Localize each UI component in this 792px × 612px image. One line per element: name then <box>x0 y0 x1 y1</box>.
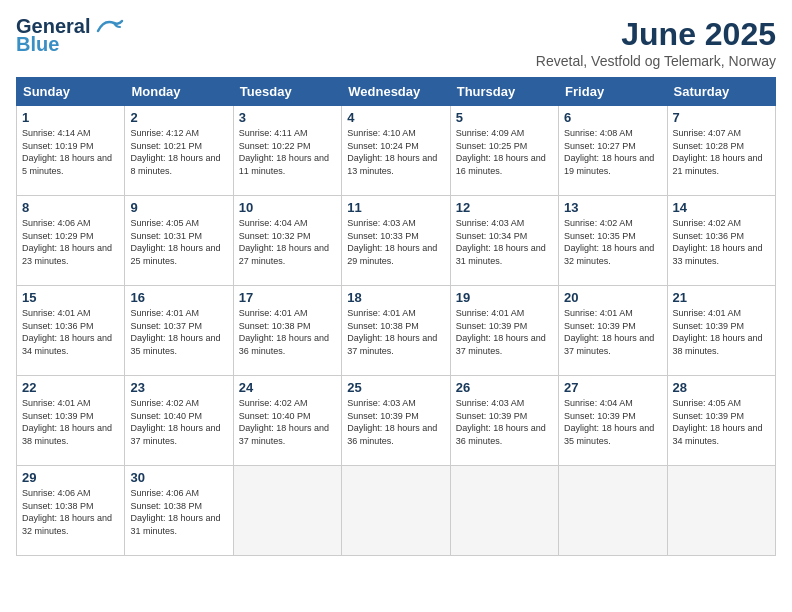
table-row: 1 Sunrise: 4:14 AM Sunset: 10:19 PM Dayl… <box>17 106 125 196</box>
table-row: 5 Sunrise: 4:09 AM Sunset: 10:25 PM Dayl… <box>450 106 558 196</box>
day-info: Sunrise: 4:01 AM Sunset: 10:39 PM Daylig… <box>673 307 770 357</box>
table-row <box>559 466 667 556</box>
table-row <box>342 466 450 556</box>
table-row: 21 Sunrise: 4:01 AM Sunset: 10:39 PM Day… <box>667 286 775 376</box>
day-info: Sunrise: 4:07 AM Sunset: 10:28 PM Daylig… <box>673 127 770 177</box>
day-info: Sunrise: 4:01 AM Sunset: 10:36 PM Daylig… <box>22 307 119 357</box>
table-row: 8 Sunrise: 4:06 AM Sunset: 10:29 PM Dayl… <box>17 196 125 286</box>
day-info: Sunrise: 4:14 AM Sunset: 10:19 PM Daylig… <box>22 127 119 177</box>
table-row: 24 Sunrise: 4:02 AM Sunset: 10:40 PM Day… <box>233 376 341 466</box>
logo-blue: Blue <box>16 34 59 54</box>
calendar-week-row: 8 Sunrise: 4:06 AM Sunset: 10:29 PM Dayl… <box>17 196 776 286</box>
day-number: 1 <box>22 110 119 125</box>
col-friday: Friday <box>559 78 667 106</box>
day-number: 24 <box>239 380 336 395</box>
table-row: 20 Sunrise: 4:01 AM Sunset: 10:39 PM Day… <box>559 286 667 376</box>
calendar-week-row: 29 Sunrise: 4:06 AM Sunset: 10:38 PM Day… <box>17 466 776 556</box>
day-number: 27 <box>564 380 661 395</box>
table-row: 7 Sunrise: 4:07 AM Sunset: 10:28 PM Dayl… <box>667 106 775 196</box>
col-thursday: Thursday <box>450 78 558 106</box>
day-number: 3 <box>239 110 336 125</box>
day-info: Sunrise: 4:01 AM Sunset: 10:39 PM Daylig… <box>22 397 119 447</box>
table-row: 26 Sunrise: 4:03 AM Sunset: 10:39 PM Day… <box>450 376 558 466</box>
logo: General Blue <box>16 16 124 54</box>
calendar-header-row: Sunday Monday Tuesday Wednesday Thursday… <box>17 78 776 106</box>
table-row: 23 Sunrise: 4:02 AM Sunset: 10:40 PM Day… <box>125 376 233 466</box>
day-number: 20 <box>564 290 661 305</box>
table-row: 14 Sunrise: 4:02 AM Sunset: 10:36 PM Day… <box>667 196 775 286</box>
col-tuesday: Tuesday <box>233 78 341 106</box>
table-row: 4 Sunrise: 4:10 AM Sunset: 10:24 PM Dayl… <box>342 106 450 196</box>
day-info: Sunrise: 4:03 AM Sunset: 10:39 PM Daylig… <box>456 397 553 447</box>
day-number: 17 <box>239 290 336 305</box>
day-info: Sunrise: 4:06 AM Sunset: 10:29 PM Daylig… <box>22 217 119 267</box>
day-number: 18 <box>347 290 444 305</box>
day-number: 4 <box>347 110 444 125</box>
table-row <box>233 466 341 556</box>
day-number: 21 <box>673 290 770 305</box>
day-info: Sunrise: 4:03 AM Sunset: 10:39 PM Daylig… <box>347 397 444 447</box>
day-number: 9 <box>130 200 227 215</box>
day-info: Sunrise: 4:02 AM Sunset: 10:35 PM Daylig… <box>564 217 661 267</box>
day-info: Sunrise: 4:06 AM Sunset: 10:38 PM Daylig… <box>130 487 227 537</box>
day-number: 7 <box>673 110 770 125</box>
title-area: June 2025 Revetal, Vestfold og Telemark,… <box>536 16 776 69</box>
day-info: Sunrise: 4:01 AM Sunset: 10:38 PM Daylig… <box>347 307 444 357</box>
day-info: Sunrise: 4:01 AM Sunset: 10:39 PM Daylig… <box>564 307 661 357</box>
table-row: 30 Sunrise: 4:06 AM Sunset: 10:38 PM Day… <box>125 466 233 556</box>
day-info: Sunrise: 4:08 AM Sunset: 10:27 PM Daylig… <box>564 127 661 177</box>
calendar-table: Sunday Monday Tuesday Wednesday Thursday… <box>16 77 776 556</box>
day-info: Sunrise: 4:09 AM Sunset: 10:25 PM Daylig… <box>456 127 553 177</box>
table-row: 12 Sunrise: 4:03 AM Sunset: 10:34 PM Day… <box>450 196 558 286</box>
table-row <box>450 466 558 556</box>
day-info: Sunrise: 4:01 AM Sunset: 10:37 PM Daylig… <box>130 307 227 357</box>
logo-bird-icon <box>94 17 124 35</box>
day-info: Sunrise: 4:02 AM Sunset: 10:36 PM Daylig… <box>673 217 770 267</box>
table-row: 9 Sunrise: 4:05 AM Sunset: 10:31 PM Dayl… <box>125 196 233 286</box>
col-wednesday: Wednesday <box>342 78 450 106</box>
calendar-week-row: 15 Sunrise: 4:01 AM Sunset: 10:36 PM Day… <box>17 286 776 376</box>
day-number: 14 <box>673 200 770 215</box>
day-info: Sunrise: 4:03 AM Sunset: 10:34 PM Daylig… <box>456 217 553 267</box>
day-info: Sunrise: 4:02 AM Sunset: 10:40 PM Daylig… <box>130 397 227 447</box>
table-row: 15 Sunrise: 4:01 AM Sunset: 10:36 PM Day… <box>17 286 125 376</box>
day-number: 29 <box>22 470 119 485</box>
col-sunday: Sunday <box>17 78 125 106</box>
table-row: 28 Sunrise: 4:05 AM Sunset: 10:39 PM Day… <box>667 376 775 466</box>
day-info: Sunrise: 4:12 AM Sunset: 10:21 PM Daylig… <box>130 127 227 177</box>
table-row: 3 Sunrise: 4:11 AM Sunset: 10:22 PM Dayl… <box>233 106 341 196</box>
day-info: Sunrise: 4:05 AM Sunset: 10:31 PM Daylig… <box>130 217 227 267</box>
table-row: 6 Sunrise: 4:08 AM Sunset: 10:27 PM Dayl… <box>559 106 667 196</box>
calendar-week-row: 22 Sunrise: 4:01 AM Sunset: 10:39 PM Day… <box>17 376 776 466</box>
day-number: 8 <box>22 200 119 215</box>
day-info: Sunrise: 4:04 AM Sunset: 10:32 PM Daylig… <box>239 217 336 267</box>
day-info: Sunrise: 4:01 AM Sunset: 10:38 PM Daylig… <box>239 307 336 357</box>
day-info: Sunrise: 4:05 AM Sunset: 10:39 PM Daylig… <box>673 397 770 447</box>
location-title: Revetal, Vestfold og Telemark, Norway <box>536 53 776 69</box>
table-row: 22 Sunrise: 4:01 AM Sunset: 10:39 PM Day… <box>17 376 125 466</box>
day-info: Sunrise: 4:06 AM Sunset: 10:38 PM Daylig… <box>22 487 119 537</box>
table-row: 25 Sunrise: 4:03 AM Sunset: 10:39 PM Day… <box>342 376 450 466</box>
table-row: 10 Sunrise: 4:04 AM Sunset: 10:32 PM Day… <box>233 196 341 286</box>
day-info: Sunrise: 4:02 AM Sunset: 10:40 PM Daylig… <box>239 397 336 447</box>
day-number: 12 <box>456 200 553 215</box>
table-row: 19 Sunrise: 4:01 AM Sunset: 10:39 PM Day… <box>450 286 558 376</box>
day-number: 16 <box>130 290 227 305</box>
day-number: 28 <box>673 380 770 395</box>
day-number: 23 <box>130 380 227 395</box>
day-number: 11 <box>347 200 444 215</box>
day-number: 5 <box>456 110 553 125</box>
day-number: 25 <box>347 380 444 395</box>
table-row: 2 Sunrise: 4:12 AM Sunset: 10:21 PM Dayl… <box>125 106 233 196</box>
day-info: Sunrise: 4:11 AM Sunset: 10:22 PM Daylig… <box>239 127 336 177</box>
day-number: 6 <box>564 110 661 125</box>
day-number: 19 <box>456 290 553 305</box>
day-info: Sunrise: 4:04 AM Sunset: 10:39 PM Daylig… <box>564 397 661 447</box>
day-number: 10 <box>239 200 336 215</box>
col-saturday: Saturday <box>667 78 775 106</box>
month-title: June 2025 <box>536 16 776 53</box>
calendar-week-row: 1 Sunrise: 4:14 AM Sunset: 10:19 PM Dayl… <box>17 106 776 196</box>
day-number: 22 <box>22 380 119 395</box>
table-row: 13 Sunrise: 4:02 AM Sunset: 10:35 PM Day… <box>559 196 667 286</box>
table-row: 27 Sunrise: 4:04 AM Sunset: 10:39 PM Day… <box>559 376 667 466</box>
